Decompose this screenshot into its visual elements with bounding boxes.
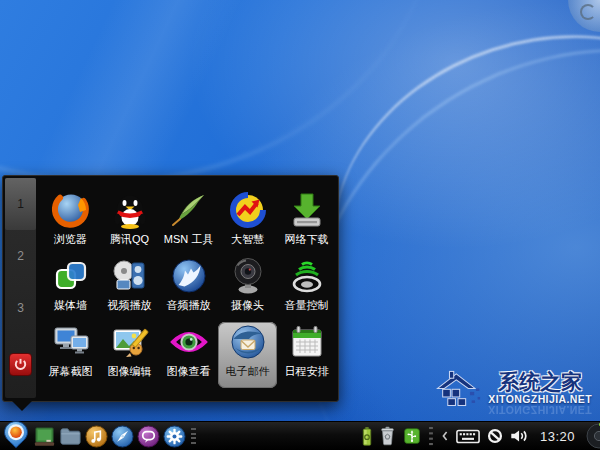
gear-icon[interactable] — [163, 425, 186, 448]
watermark-site-name: 系统之家 — [498, 371, 582, 393]
launcher-sidebar: 123 — [5, 178, 36, 398]
battery-icon[interactable] — [362, 426, 372, 447]
watermark-site-url: XITONGZHIJIA.NET — [488, 394, 592, 405]
app-video-player[interactable]: 视频播放 — [100, 256, 159, 322]
image-editor-icon — [110, 322, 150, 362]
separator-dots — [428, 426, 434, 447]
chat-bubble-icon[interactable] — [137, 425, 160, 448]
app-calendar[interactable]: 日程安排 — [277, 322, 336, 388]
app-label: 图像编辑 — [108, 364, 152, 379]
plasma-toolbox-icon[interactable] — [568, 0, 600, 32]
app-media-wall[interactable]: 媒体墙 — [41, 256, 100, 322]
msn-bird-icon — [169, 190, 209, 230]
app-dazhihui-stock[interactable]: 大智慧 — [218, 190, 277, 256]
app-qq-penguin[interactable]: 腾讯QQ — [100, 190, 159, 256]
block-icon[interactable] — [487, 428, 503, 444]
compass-icon[interactable] — [111, 425, 134, 448]
launcher-app-grid: 浏览器腾讯QQMSN 工具大智慧网络下载媒体墙视频播放音频播放摄像头音量控制屏幕… — [41, 190, 336, 388]
app-label: 浏览器 — [54, 232, 87, 247]
folder-icon[interactable] — [59, 425, 82, 448]
media-wall-icon — [51, 256, 91, 296]
speaker-icon[interactable] — [510, 428, 529, 444]
download-arrow-icon — [287, 190, 327, 230]
app-label: 音频播放 — [167, 298, 211, 313]
screenshot-monitors-icon — [51, 322, 91, 362]
watermark-site-url-reflection: XITONGZHIJIA.NET — [488, 404, 592, 415]
keyboard-icon[interactable] — [456, 428, 480, 445]
taskbar: 13:20 — [0, 421, 600, 450]
chalkboard-desktop-icon[interactable] — [33, 425, 56, 448]
app-msn-bird[interactable]: MSN 工具 — [159, 190, 218, 256]
app-firefox-browser[interactable]: 浏览器 — [41, 190, 100, 256]
app-label: 腾讯QQ — [110, 232, 149, 247]
pager-handle[interactable] — [191, 428, 196, 444]
taskbar-dock — [2, 423, 186, 449]
image-viewer-eye-icon — [169, 322, 209, 362]
dazhihui-stock-icon — [228, 190, 268, 230]
app-audio-player-wolf[interactable]: 音频播放 — [159, 256, 218, 322]
plasma-cashew-icon[interactable] — [586, 423, 600, 449]
music-note-icon[interactable] — [85, 425, 108, 448]
app-screenshot-monitors[interactable]: 屏幕截图 — [41, 322, 100, 388]
watermark: 系统之家 XITONGZHIJIA.NET XITONGZHIJIA.NET — [432, 368, 592, 418]
launcher-tab-1[interactable]: 1 — [5, 178, 36, 230]
app-label: 视频播放 — [108, 298, 152, 313]
audio-player-wolf-icon — [169, 256, 209, 296]
power-button[interactable] — [9, 353, 32, 376]
launcher-tab-2[interactable]: 2 — [5, 230, 36, 282]
app-label: 图像查看 — [167, 364, 211, 379]
app-volume-control[interactable]: 音量控制 — [277, 256, 336, 322]
app-label: 音量控制 — [285, 298, 329, 313]
app-image-editor[interactable]: 图像编辑 — [100, 322, 159, 388]
desktop-background[interactable]: 系统之家 XITONGZHIJIA.NET XITONGZHIJIA.NET 1… — [0, 0, 600, 450]
power-icon — [16, 359, 25, 369]
app-image-viewer-eye[interactable]: 图像查看 — [159, 322, 218, 388]
app-webcam[interactable]: 摄像头 — [218, 256, 277, 322]
app-label: MSN 工具 — [164, 232, 214, 247]
watermark-house-logo-icon — [432, 368, 484, 418]
app-label: 日程安排 — [285, 364, 329, 379]
video-player-icon — [110, 256, 150, 296]
app-thunderbird-mail[interactable]: 电子邮件 — [218, 322, 277, 388]
qq-penguin-icon — [110, 190, 150, 230]
clock[interactable]: 13:20 — [540, 429, 575, 444]
app-label: 网络下载 — [285, 232, 329, 247]
webcam-icon — [228, 256, 268, 296]
trash-icon[interactable] — [379, 426, 396, 446]
app-download-arrow[interactable]: 网络下载 — [277, 190, 336, 256]
chevron-left-icon[interactable] — [441, 429, 449, 443]
app-label: 摄像头 — [231, 298, 264, 313]
calendar-icon — [287, 322, 327, 362]
volume-control-icon — [287, 256, 327, 296]
app-label: 大智慧 — [231, 232, 264, 247]
toolbox-dot-icon — [580, 4, 596, 20]
firefox-browser-icon — [51, 190, 91, 230]
app-label: 媒体墙 — [54, 298, 87, 313]
system-tray: 13:20 — [362, 423, 600, 449]
usb-device-icon[interactable] — [403, 427, 421, 445]
app-launcher-panel: 123 浏览器腾讯QQMSN 工具大智慧网络下载媒体墙视频播放音频播放摄像头音量… — [2, 175, 339, 402]
launcher-tab-3[interactable]: 3 — [5, 282, 36, 334]
app-label: 屏幕截图 — [49, 364, 93, 379]
thunderbird-mail-icon — [228, 322, 268, 362]
location-pin-start-icon[interactable] — [2, 420, 30, 449]
app-label: 电子邮件 — [226, 364, 270, 379]
